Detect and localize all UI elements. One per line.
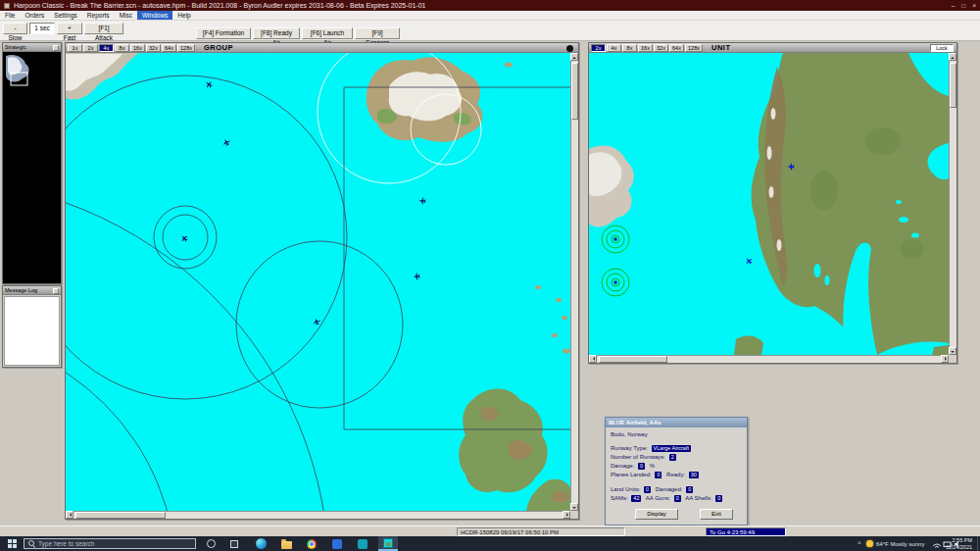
unit-zoom-128x[interactable]: 128x	[685, 44, 703, 52]
group-zoom-128x[interactable]: 128x	[177, 44, 195, 52]
menu-bar: File Orders Settings Reports Misc Window…	[0, 11, 980, 21]
unit-horizontal-scrollbar[interactable]	[589, 355, 949, 363]
scroll-right-button[interactable]	[563, 511, 570, 519]
group-map-area[interactable]	[66, 53, 570, 511]
message-log-title: Message Log	[5, 287, 37, 293]
group-zoom-32x[interactable]: 32x	[146, 44, 161, 52]
damage-percent: %	[650, 463, 655, 469]
runways-label: Number of Runways:	[611, 454, 665, 460]
sensors-button[interactable]: [F9] Sensors	[355, 27, 400, 39]
surface-unit-icon[interactable]	[614, 281, 617, 284]
task-view-button[interactable]	[227, 536, 241, 551]
time-to-go: To Go 4:23:59:49	[706, 527, 786, 536]
scroll-right-button[interactable]	[941, 355, 949, 363]
group-titlebar[interactable]: 1x 2x 4x 8x 16x 32x 64x 128x GROUP	[66, 43, 578, 53]
tray-expand-button[interactable]: ^	[855, 536, 864, 551]
fast-button[interactable]: + Fast	[57, 23, 82, 34]
strategic-map[interactable]	[3, 52, 61, 283]
app-icon	[4, 3, 10, 9]
scroll-up-button[interactable]	[570, 53, 578, 61]
start-button[interactable]	[5, 536, 19, 551]
message-log-window-button[interactable]	[53, 288, 59, 294]
scrollbar-thumb[interactable]	[599, 356, 667, 363]
attack-button[interactable]: [F1] Attack	[84, 23, 123, 34]
search-placeholder: Type here to search	[38, 540, 94, 547]
scroll-down-button[interactable]	[949, 347, 956, 355]
unit-zoom-8x[interactable]: 8x	[622, 44, 637, 52]
menu-reports[interactable]: Reports	[82, 11, 115, 20]
scrollbar-thumb[interactable]	[75, 512, 166, 519]
unit-zoom-2x[interactable]: 2x	[591, 44, 606, 52]
message-log-titlebar[interactable]: Message Log	[3, 286, 61, 295]
menu-misc[interactable]: Misc	[115, 11, 137, 20]
group-center-button[interactable]	[566, 45, 573, 52]
menu-windows[interactable]: Windows	[137, 11, 172, 20]
slow-button[interactable]: -Slow	[3, 23, 27, 34]
group-zoom-4x[interactable]: 4x	[99, 44, 114, 52]
cortana-button[interactable]	[204, 536, 218, 551]
group-zoom-16x[interactable]: 16x	[130, 44, 145, 52]
menu-help[interactable]: Help	[172, 11, 195, 20]
strategic-window-button[interactable]	[53, 45, 59, 51]
menu-settings[interactable]: Settings	[49, 11, 82, 20]
message-log-window: Message Log	[2, 285, 62, 368]
taskbar-harpoon-button[interactable]	[378, 536, 398, 551]
taskbar-browser-button[interactable]	[304, 536, 319, 551]
group-zoom-64x[interactable]: 64x	[162, 44, 176, 52]
taskbar-explorer-button[interactable]	[278, 536, 294, 551]
group-vertical-scrollbar[interactable]	[570, 53, 578, 511]
runways-value: 2	[669, 454, 676, 461]
launch-air-button[interactable]: [F6] Launch Air	[302, 27, 353, 39]
group-zoom-2x[interactable]: 2x	[83, 44, 98, 52]
unit-zoom-4x[interactable]: 4x	[607, 44, 621, 52]
scroll-left-button[interactable]	[66, 511, 74, 519]
taskbar-app-teal-button[interactable]	[355, 536, 370, 551]
unit-map[interactable]	[589, 53, 949, 355]
taskbar-app-blue-button[interactable]	[329, 536, 345, 551]
chevron-up-icon: ^	[858, 536, 860, 551]
app-titlebar[interactable]: Harpoon Classic - Break The Barrier.scn …	[0, 0, 980, 11]
group-zoom-8x[interactable]: 8x	[115, 44, 129, 52]
scroll-left-button[interactable]	[589, 355, 597, 363]
ready-air-button[interactable]: [F8] Ready Air	[253, 27, 300, 39]
message-log-content[interactable]	[4, 296, 60, 366]
wifi-icon[interactable]	[933, 544, 941, 548]
sim-clock: HCDR-150829 09/19/17 06:50:10 PM	[457, 527, 625, 536]
weather-widget[interactable]: 64°F Mostly sunny	[866, 536, 931, 551]
scrollbar-thumb[interactable]	[571, 63, 578, 120]
unit-zoom-16x[interactable]: 16x	[638, 44, 653, 52]
close-icon[interactable]: ×	[972, 0, 976, 11]
scroll-up-button[interactable]	[949, 53, 956, 61]
exit-button[interactable]: Exit	[700, 509, 733, 520]
ready-value: 30	[689, 472, 699, 478]
menu-file[interactable]: File	[0, 11, 20, 20]
surface-unit-icon[interactable]	[614, 238, 617, 241]
unit-zoom-64x[interactable]: 64x	[669, 44, 684, 52]
taskbar-clock[interactable]: 2:55 PM 11/24/2021	[946, 537, 972, 550]
unit-lock-button[interactable]: Lock	[930, 44, 954, 52]
scrollbar-corner	[949, 355, 956, 363]
scroll-down-button[interactable]	[570, 503, 578, 511]
search-icon	[28, 540, 35, 547]
weather-text: 64°F Mostly sunny	[876, 541, 924, 547]
unit-titlebar[interactable]: 2x 4x 8x 16x 32x 64x 128x UNIT Lock	[589, 43, 956, 53]
taskbar-edge-button[interactable]	[253, 536, 269, 551]
sams-value: 42	[631, 495, 641, 502]
formation-button[interactable]: [F4] Formation	[196, 27, 251, 39]
taskbar-search-input[interactable]: Type here to search	[24, 538, 196, 549]
unit-zoom-32x[interactable]: 32x	[654, 44, 668, 52]
maximize-icon[interactable]: □	[961, 0, 965, 11]
strategic-titlebar[interactable]: Strategic	[3, 43, 61, 52]
minimize-icon[interactable]: –	[952, 0, 956, 11]
group-zoom-1x[interactable]: 1x	[68, 44, 82, 52]
menu-orders[interactable]: Orders	[20, 11, 49, 20]
group-horizontal-scrollbar[interactable]	[66, 511, 570, 519]
unit-map-area[interactable]	[589, 53, 949, 355]
airfield-dialog-titlebar[interactable]: BLUE Airfield, AAs	[606, 418, 747, 427]
planes-row: Planes Landed: 0 Ready: 30	[611, 472, 702, 478]
group-map[interactable]	[66, 53, 570, 511]
unit-vertical-scrollbar[interactable]	[949, 53, 956, 355]
task-view-icon	[230, 540, 238, 548]
display-button[interactable]: Display	[635, 509, 678, 520]
scrollbar-thumb[interactable]	[950, 63, 956, 108]
